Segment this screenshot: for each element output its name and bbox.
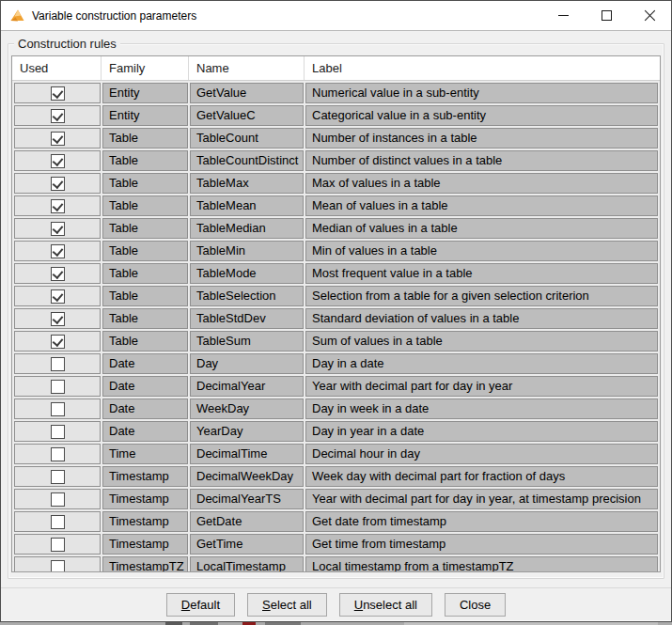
column-header-label: Label bbox=[305, 56, 660, 80]
maximize-button[interactable] bbox=[585, 1, 628, 30]
table-row[interactable]: EntityGetValueNumerical value in a sub-e… bbox=[14, 83, 658, 103]
name-cell: TableMedian bbox=[190, 218, 304, 239]
used-checkbox[interactable] bbox=[51, 109, 65, 123]
table-body: EntityGetValueNumerical value in a sub-e… bbox=[12, 81, 660, 571]
family-cell: Table bbox=[102, 128, 188, 148]
minimize-button[interactable] bbox=[541, 1, 585, 30]
used-checkbox[interactable] bbox=[51, 402, 65, 416]
used-cell bbox=[14, 195, 101, 216]
family-cell: Table bbox=[102, 308, 188, 329]
used-cell bbox=[14, 241, 101, 261]
used-checkbox[interactable] bbox=[51, 357, 65, 371]
table-row[interactable]: TimestampTZLocalTimestampLocal timestamp… bbox=[14, 556, 658, 571]
table-row[interactable]: TableTableMeanMean of values in a table bbox=[14, 195, 658, 216]
name-cell: DecimalWeekDay bbox=[190, 466, 304, 487]
table-row[interactable]: TableTableSumSum of values in a table bbox=[14, 331, 658, 352]
used-checkbox[interactable] bbox=[51, 515, 65, 529]
name-cell: GetDate bbox=[190, 511, 304, 532]
family-cell: Timestamp bbox=[102, 489, 188, 509]
window-title: Variable construction parameters bbox=[32, 9, 196, 23]
label-cell: Number of distinct values in a table bbox=[305, 150, 658, 171]
label-cell: Day in year in a date bbox=[305, 421, 658, 442]
table-row[interactable]: TableTableMaxMax of values in a table bbox=[14, 173, 658, 194]
table-row[interactable]: TableTableMedianMedian of values in a ta… bbox=[14, 218, 658, 239]
table-row[interactable]: DateDayDay in a date bbox=[14, 353, 658, 374]
column-header-family: Family bbox=[102, 56, 189, 80]
name-cell: YearDay bbox=[190, 421, 304, 442]
used-checkbox[interactable] bbox=[51, 244, 65, 258]
used-cell bbox=[14, 353, 101, 374]
table-row[interactable]: TableTableCountDistinctNumber of distinc… bbox=[14, 150, 658, 171]
table-row[interactable]: TableTableMinMin of values in a table bbox=[14, 241, 658, 261]
used-checkbox[interactable] bbox=[51, 335, 65, 349]
used-checkbox[interactable] bbox=[51, 380, 65, 394]
name-cell: TableSum bbox=[190, 331, 304, 352]
close-button[interactable]: Close bbox=[445, 593, 506, 617]
app-icon bbox=[9, 8, 25, 23]
name-cell: Day bbox=[190, 353, 304, 374]
used-checkbox[interactable] bbox=[51, 222, 65, 236]
name-cell: GetValue bbox=[190, 83, 304, 103]
select-all-button[interactable]: Select all bbox=[247, 593, 327, 617]
name-cell: TableStdDev bbox=[190, 308, 304, 329]
used-checkbox[interactable] bbox=[51, 425, 65, 439]
label-cell: Day in week in a date bbox=[305, 398, 658, 419]
family-cell: Time bbox=[102, 444, 188, 464]
table-row[interactable]: TimestampDecimalWeekDayWeek day with dec… bbox=[14, 466, 658, 487]
used-cell bbox=[14, 466, 101, 487]
window-controls bbox=[541, 1, 671, 30]
used-checkbox[interactable] bbox=[51, 267, 65, 281]
label-cell: Number of instances in a table bbox=[305, 128, 658, 148]
used-checkbox[interactable] bbox=[51, 86, 65, 101]
construction-rules-table: Used Family Name Label EntityGetValueNum… bbox=[11, 55, 661, 572]
table-row[interactable]: TimestampGetDateGet date from timestamp bbox=[14, 511, 658, 532]
family-cell: Table bbox=[102, 150, 188, 171]
label-cell: Selection from a table for a given selec… bbox=[305, 286, 658, 306]
name-cell: WeekDay bbox=[190, 398, 304, 419]
name-cell: DecimalYearTS bbox=[190, 489, 304, 509]
family-cell: Timestamp bbox=[102, 511, 188, 532]
label-cell: Year with decimal part for day in year, … bbox=[305, 489, 658, 509]
table-row[interactable]: EntityGetValueCCategorical value in a su… bbox=[14, 105, 658, 126]
table-row[interactable]: TimeDecimalTimeDecimal hour in day bbox=[14, 444, 658, 464]
used-checkbox[interactable] bbox=[51, 132, 65, 146]
label-cell: Year with decimal part for day in year bbox=[305, 376, 658, 397]
used-checkbox[interactable] bbox=[51, 177, 65, 191]
table-row[interactable]: TableTableSelectionSelection from a tabl… bbox=[14, 286, 658, 306]
used-checkbox[interactable] bbox=[51, 470, 65, 484]
table-row[interactable]: TimestampDecimalYearTSYear with decimal … bbox=[14, 489, 658, 509]
used-cell bbox=[14, 398, 101, 419]
label-cell: Max of values in a table bbox=[305, 173, 658, 194]
used-cell bbox=[14, 421, 101, 442]
used-checkbox[interactable] bbox=[51, 560, 65, 572]
name-cell: TableMin bbox=[190, 241, 304, 261]
table-row[interactable]: DateYearDayDay in year in a date bbox=[14, 421, 658, 442]
used-checkbox[interactable] bbox=[51, 492, 65, 507]
used-checkbox[interactable] bbox=[51, 199, 65, 213]
name-cell: TableMax bbox=[190, 173, 304, 194]
label-cell: Decimal hour in day bbox=[305, 444, 658, 464]
table-row[interactable]: TableTableStdDevStandard deviation of va… bbox=[14, 308, 658, 329]
used-checkbox[interactable] bbox=[51, 447, 65, 461]
name-cell: TableCountDistinct bbox=[190, 150, 304, 171]
used-checkbox[interactable] bbox=[51, 538, 65, 552]
label-cell: Sum of values in a table bbox=[305, 331, 658, 352]
name-cell: GetValueC bbox=[190, 105, 304, 126]
used-cell bbox=[14, 218, 101, 239]
default-button[interactable]: Default bbox=[166, 593, 235, 617]
table-row[interactable]: DateWeekDayDay in week in a date bbox=[14, 398, 658, 419]
table-row[interactable]: DateDecimalYearYear with decimal part fo… bbox=[14, 376, 658, 397]
family-cell: Timestamp bbox=[102, 466, 188, 487]
used-checkbox[interactable] bbox=[51, 154, 65, 168]
label-cell: Most frequent value in a table bbox=[305, 263, 658, 284]
table-row[interactable]: TableTableModeMost frequent value in a t… bbox=[14, 263, 658, 284]
table-row[interactable]: TimestampGetTimeGet time from timestamp bbox=[14, 534, 658, 555]
dialog-content: Construction rules Used Family Name Labe… bbox=[1, 31, 671, 587]
unselect-all-button[interactable]: Unselect all bbox=[339, 593, 432, 617]
used-checkbox[interactable] bbox=[51, 289, 65, 304]
label-cell: Get time from timestamp bbox=[305, 534, 658, 555]
close-button[interactable] bbox=[628, 1, 671, 30]
table-row[interactable]: TableTableCountNumber of instances in a … bbox=[14, 128, 658, 148]
family-cell: Date bbox=[102, 398, 188, 419]
used-checkbox[interactable] bbox=[51, 312, 65, 326]
